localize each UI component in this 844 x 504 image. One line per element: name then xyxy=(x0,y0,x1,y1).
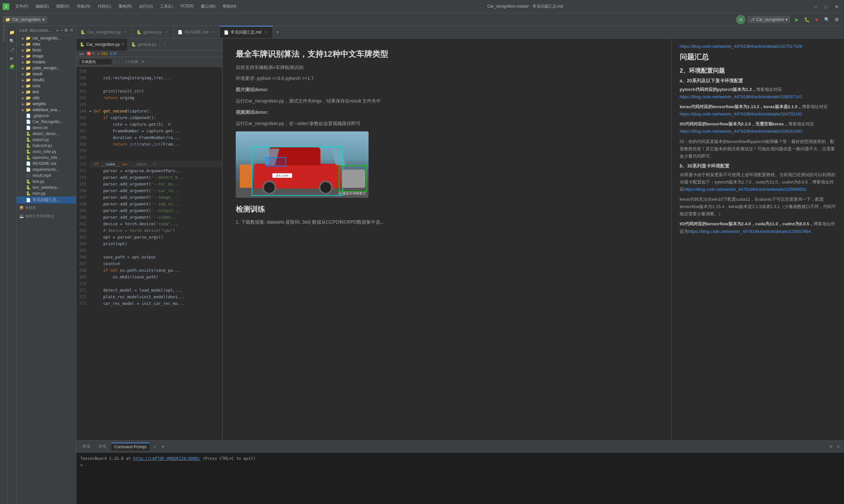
code-line-248: duration = FrameNumber/ra... xyxy=(90,134,222,141)
sidebar-icon-search[interactable]: 🔍 xyxy=(8,37,16,44)
tree-item-train[interactable]: 🐍train.py xyxy=(17,191,76,196)
tree-item-faq[interactable]: 📄常见问题汇总... xyxy=(17,196,76,203)
tree-item-plate[interactable]: ▶📂plate_recogni... xyxy=(17,65,76,71)
tree-item-utils[interactable]: ▶📂utils xyxy=(17,95,76,101)
tree-item-hubconf[interactable]: 🐍hubconf.py xyxy=(17,143,76,149)
tab-close-readme[interactable]: ✕ xyxy=(210,30,215,35)
restore-button[interactable]: □ xyxy=(822,2,831,11)
close-button[interactable]: ✕ xyxy=(832,2,841,11)
tree-item-export[interactable]: 🐍export.py xyxy=(17,137,76,143)
terminal-add-button[interactable]: + xyxy=(151,443,158,451)
tree-item-result[interactable]: ▶📂result xyxy=(17,71,76,77)
menu-view[interactable]: 视图(V) xyxy=(53,2,73,11)
tab-general[interactable]: 🐍 general.py ✕ xyxy=(133,26,174,38)
code-line-259: parser.add_argument('--output... xyxy=(90,208,222,214)
sidebar-icon-extensions[interactable]: 🧩 xyxy=(8,63,16,70)
tree-item-demo-sh[interactable]: 📄demo.sh xyxy=(17,125,76,131)
terminal-link[interactable]: http://LAPTOP-QM6EKII0:6006/ xyxy=(133,456,200,461)
tree-item-fonts[interactable]: ▶📂fonts xyxy=(17,47,76,53)
menu-edit[interactable]: 编辑(E) xyxy=(32,2,52,11)
tree-section-external[interactable]: 📦 外部库 xyxy=(17,204,76,212)
tree-item-car[interactable]: ▶📂car_recognitio... xyxy=(17,35,76,41)
tree-item-onnx[interactable]: 🐍onnx_infer.py xyxy=(17,149,76,155)
tree-item-test-wideface[interactable]: 🐍test_wideface... xyxy=(17,184,76,191)
code-tab-general[interactable]: 🐍 general.py xyxy=(128,38,160,50)
project-selector[interactable]: 📁 Car_recognition ▾ xyxy=(3,16,47,23)
menu-window[interactable]: 窗口(W) xyxy=(197,2,218,11)
tree-item-data[interactable]: ▶📂data xyxy=(17,41,76,47)
code-line-267: count=0 xyxy=(90,260,222,267)
tab-close-general[interactable]: ✕ xyxy=(164,30,169,35)
menu-nav[interactable]: 导航(N) xyxy=(73,2,94,11)
tab-bar: 🐍 Car_recognition.py ✕ 🐍 general.py ✕ 📄 … xyxy=(76,26,844,38)
menu-file[interactable]: 文件(F) xyxy=(12,2,32,11)
tree-item-car-recog[interactable]: 📄Car_Recognitio... xyxy=(17,119,76,125)
tab-readme[interactable]: 📄 README.md ✕ xyxy=(174,26,220,38)
tree-item-image[interactable]: ▶📂image xyxy=(17,53,76,59)
terminal-settings-icon[interactable]: ⚙ xyxy=(828,444,834,450)
minimize-button[interactable]: ─ xyxy=(811,2,820,11)
tree-item-test[interactable]: ▶📂test xyxy=(17,89,76,95)
menu-tools[interactable]: 工具(L) xyxy=(157,2,176,11)
debug-button[interactable]: 🐛 xyxy=(802,15,811,24)
right-link1[interactable]: https://blog.csdn.net/weixin_44791964/ar… xyxy=(680,94,802,99)
tree-item-requirements[interactable]: 📄requirements... xyxy=(17,166,76,173)
branch-icon: ⎇ xyxy=(750,17,755,22)
menu-run[interactable]: 运行(U) xyxy=(136,2,156,11)
terminal-area: 终端 本地 Command Prompt + ▼ ⚙ ✕ TensorBoard… xyxy=(76,440,844,504)
right-link2[interactable]: https://blog.csdn.net/weixin_44791964/ar… xyxy=(680,111,802,116)
sidebar-icon-run[interactable]: ▶ xyxy=(8,54,16,62)
tree-item-detect-demo[interactable]: 🐍detect_demo... xyxy=(17,131,76,137)
menu-code[interactable]: 代码(C) xyxy=(94,2,115,11)
tree-item-weights[interactable]: ▶📂weights xyxy=(17,101,76,107)
tab-close-icon[interactable]: ✕ xyxy=(122,42,124,46)
code-tab-more[interactable]: ⋮ xyxy=(160,38,169,51)
right-link3[interactable]: https://blog.csdn.net/weixin_44791964/ar… xyxy=(680,129,802,134)
tree-item-testpy[interactable]: 🐍test.py xyxy=(17,179,76,184)
settings-icon[interactable]: ⚙ xyxy=(64,28,68,33)
search-icon[interactable]: 🔍 xyxy=(822,15,831,24)
terminal-close-icon[interactable]: ✕ xyxy=(836,444,841,450)
search-input[interactable] xyxy=(79,58,112,65)
code-tab-car[interactable]: 🐍 Car_recognition.py ✕ xyxy=(76,38,128,50)
search-close-icon[interactable]: ✕ xyxy=(141,59,145,64)
tree-item-runs[interactable]: ▶📂runs xyxy=(17,83,76,89)
right-link4[interactable]: https://blog.csdn.net/weixin_44791964/ar… xyxy=(684,187,807,192)
sidebar-icon-git[interactable]: ⎇ xyxy=(8,46,16,53)
bookmarks-label[interactable]: Bookmarks xyxy=(1,30,7,36)
menu-vcs[interactable]: VCS(S) xyxy=(177,2,197,11)
right-link5[interactable]: https://blog.csdn.net/weixin_44791964/ar… xyxy=(688,229,811,234)
stop-button[interactable]: ■ xyxy=(812,15,822,24)
run-button[interactable]: ▶ xyxy=(792,15,802,24)
tab-close-faq[interactable]: ✕ xyxy=(263,30,269,35)
menu-refactor[interactable]: 重构(R) xyxy=(115,2,136,11)
right-link-anchor[interactable]: https://blog.csdn.net/weixin_44791964/ar… xyxy=(680,44,802,49)
search-next-icon[interactable]: ↓ xyxy=(118,59,120,64)
terminal-tab-local[interactable]: 本地 xyxy=(95,442,109,451)
tab-faq[interactable]: 📄 常见问题汇总.md ✕ xyxy=(220,26,273,38)
tree-item-gitignore[interactable]: 📄.gitignore xyxy=(17,113,76,119)
tree-item-wideface[interactable]: ▶📂wideface_eva... xyxy=(17,107,76,113)
tree-item-models[interactable]: ▶📂models xyxy=(17,59,76,65)
branch-selector[interactable]: ⎇ Car_recognition ▾ xyxy=(748,16,790,23)
collapse-icon[interactable]: − xyxy=(60,28,63,33)
terminal-tab-cmd[interactable]: Command Prompt xyxy=(111,443,150,451)
tab-more-button[interactable]: ▾ xyxy=(273,26,282,38)
menu-help[interactable]: 帮助(H) xyxy=(219,2,240,11)
search-prev-icon[interactable]: ↑ xyxy=(114,59,116,64)
terminal-prompt-symbol: > xyxy=(80,463,83,468)
tree-item-readme[interactable]: 📄README.md xyxy=(17,161,76,166)
tab-close-car[interactable]: ✕ xyxy=(123,30,128,35)
preview-image: 苏A 12345 @ 健盘车神教教主 xyxy=(236,131,369,198)
tree-item-result1[interactable]: ▶📂result1 xyxy=(17,77,76,83)
settings-icon[interactable]: ⚙ xyxy=(832,15,841,24)
terminal-tab-terminal[interactable]: 终端 xyxy=(79,442,94,451)
tree-section-temp[interactable]: 💻 临时文件和控制台 xyxy=(17,212,76,220)
new-file-icon[interactable]: + xyxy=(56,28,59,33)
close-icon[interactable]: ✕ xyxy=(70,28,74,33)
tree-item-openvino[interactable]: 🐍openvino_infe... xyxy=(17,155,76,161)
tab-car-recognition[interactable]: 🐍 Car_recognition.py ✕ xyxy=(76,26,133,38)
sidebar-icon-files[interactable]: 📁 xyxy=(8,29,16,36)
terminal-select[interactable]: ▼ xyxy=(159,443,167,450)
tree-item-result-mp4[interactable]: 🎥result.mp4 xyxy=(17,173,76,179)
